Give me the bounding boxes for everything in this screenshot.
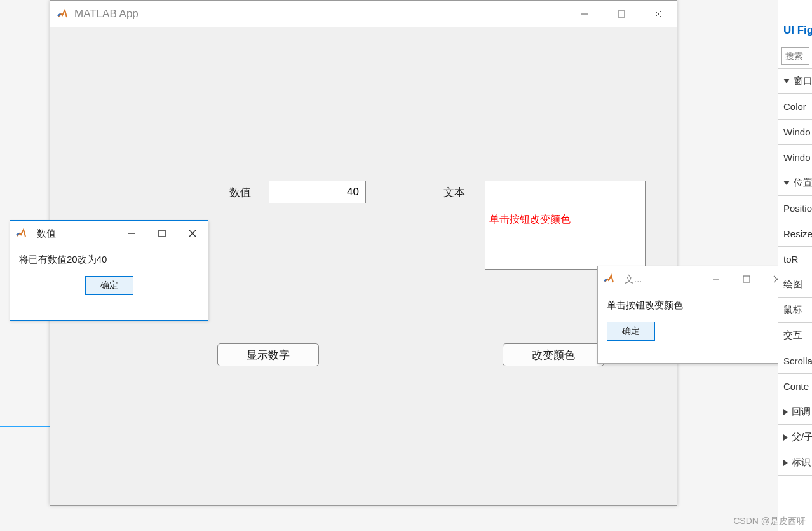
- watermark: CSDN @是皮西呀: [733, 516, 806, 527]
- chevron-down-icon: [783, 181, 790, 185]
- chevron-right-icon: [783, 434, 788, 441]
- prop-window-state[interactable]: Windo: [778, 120, 812, 145]
- prop-plotting[interactable]: 绘图: [778, 272, 812, 298]
- titlebar[interactable]: MATLAB App: [50, 1, 677, 27]
- inspector-header: UI Figu: [778, 15, 812, 43]
- matlab-icon: [57, 8, 68, 20]
- numeric-dialog: 数值 将已有数值20改为40 确定: [10, 220, 208, 321]
- panel-top-pad: [778, 0, 812, 15]
- close-button[interactable]: [177, 221, 208, 246]
- prop-window-style[interactable]: Windo: [778, 145, 812, 170]
- window-controls: [566, 1, 677, 27]
- window-title: MATLAB App: [74, 8, 566, 20]
- chevron-down-icon: [783, 79, 790, 83]
- chevron-right-icon: [783, 460, 788, 466]
- section-ident[interactable]: 标识: [778, 450, 812, 476]
- chevron-right-icon: [783, 409, 788, 415]
- prop-resize[interactable]: Resize: [778, 221, 812, 247]
- prop-position[interactable]: Positio: [778, 196, 812, 221]
- dialog-message: 单击按钮改变颜色: [607, 300, 783, 312]
- editor-accent-line: [0, 426, 50, 427]
- minimize-button[interactable]: [116, 221, 147, 246]
- dialog-titlebar[interactable]: 文...: [598, 266, 792, 292]
- prop-color[interactable]: Color: [778, 94, 812, 120]
- maximize-button[interactable]: [603, 1, 640, 27]
- matlab-icon: [603, 273, 614, 285]
- dialog-title: 数值: [37, 228, 116, 240]
- property-inspector: UI Figu 窗口 Color Windo Windo 位置 Positio …: [778, 0, 812, 531]
- dialog-controls: [116, 221, 208, 246]
- svg-rect-5: [159, 230, 165, 237]
- section-parent[interactable]: 父/子: [778, 425, 812, 450]
- section-window[interactable]: 窗口: [778, 69, 812, 94]
- text-area[interactable]: 单击按钮改变颜色: [485, 181, 646, 270]
- svg-rect-1: [618, 11, 625, 17]
- prop-mouse[interactable]: 鼠标: [778, 298, 812, 323]
- matlab-icon: [15, 228, 27, 239]
- numeric-label: 数值: [229, 185, 251, 200]
- minimize-button[interactable]: [566, 1, 603, 27]
- show-number-button[interactable]: 显示数字: [217, 343, 319, 366]
- section-callback[interactable]: 回调: [778, 399, 812, 425]
- search-row: [778, 43, 812, 69]
- minimize-button[interactable]: [701, 266, 731, 292]
- dialog-titlebar[interactable]: 数值: [10, 221, 208, 246]
- dialog-body: 将已有数值20改为40 确定: [10, 246, 208, 304]
- svg-rect-9: [743, 276, 750, 282]
- maximize-button[interactable]: [147, 221, 177, 246]
- dialog-title: 文...: [625, 273, 701, 286]
- prop-contextmenu[interactable]: Conte: [778, 374, 812, 399]
- text-dialog: 文... 单击按钮改变颜色 确定: [597, 266, 793, 364]
- maximize-button[interactable]: [731, 266, 762, 292]
- prop-autoresize[interactable]: toR: [778, 247, 812, 272]
- section-position[interactable]: 位置: [778, 170, 812, 196]
- dialog-message: 将已有数值20改为40: [19, 254, 199, 266]
- search-input[interactable]: [781, 47, 809, 65]
- close-button[interactable]: [640, 1, 677, 27]
- numeric-input[interactable]: [269, 181, 366, 203]
- prop-interact[interactable]: 交互: [778, 323, 812, 348]
- change-color-button[interactable]: 改变颜色: [503, 343, 604, 366]
- dialog-body: 单击按钮改变颜色 确定: [598, 292, 792, 350]
- ok-button[interactable]: 确定: [607, 322, 655, 341]
- ok-button[interactable]: 确定: [85, 276, 133, 295]
- text-label: 文本: [443, 185, 465, 200]
- prop-scrollable[interactable]: Scrolla: [778, 348, 812, 374]
